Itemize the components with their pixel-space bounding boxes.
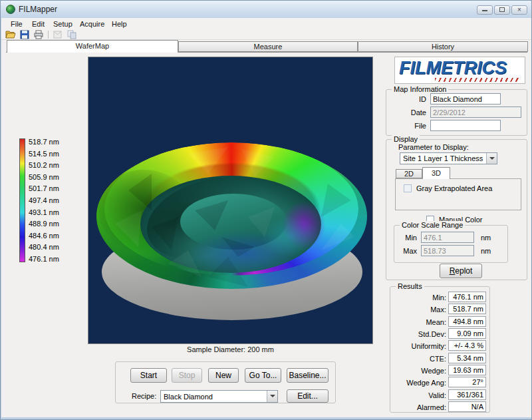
result-label: Mean: — [392, 318, 446, 326]
stop-button: Stop — [172, 368, 202, 383]
export-icon — [53, 30, 63, 39]
result-value: 5.34 nm — [448, 353, 486, 363]
scale-label: 480.4 nm — [29, 243, 68, 252]
toolbar — [1, 30, 532, 40]
baseline-button[interactable]: Baseline... — [287, 368, 329, 383]
main-tabstrip: WaferMap Measure History — [1, 40, 532, 53]
menu-bar: File Edit Setup Acquire Help — [1, 18, 532, 30]
result-value: 494.8 nm — [448, 316, 486, 327]
open-icon[interactable] — [5, 30, 16, 39]
new-button[interactable]: New — [208, 368, 239, 383]
menu-file[interactable]: File — [8, 19, 25, 29]
file-label: File — [388, 122, 426, 130]
result-label: CTE: — [392, 355, 446, 363]
minimize-button[interactable] — [477, 5, 493, 15]
display-3d-panel: Gray Extrapolated Area — [395, 178, 521, 210]
result-value: 518.7 nm — [448, 304, 486, 314]
replot-button[interactable]: Replot — [440, 264, 482, 278]
file-field[interactable] — [430, 120, 501, 131]
recipe-combobox[interactable]: Black Diamond — [160, 390, 278, 403]
filmetrics-logo-text: FILMETRICS — [399, 58, 507, 79]
date-label: Date — [388, 108, 426, 116]
scale-label: 518.7 nm — [29, 138, 68, 146]
recipe-label: Recipe: — [132, 392, 161, 400]
edit-button[interactable]: Edit... — [287, 389, 329, 403]
color-scale-bar — [19, 138, 25, 262]
color-scale-range-group: Color Scale Range — [394, 225, 508, 263]
scale-label: 510.2 nm — [29, 161, 68, 170]
gray-extrapolated-label: Gray Extrapolated Area — [416, 184, 492, 192]
result-value: +/- 4.3 % — [448, 340, 486, 351]
color-scale-range-title: Color Scale Range — [400, 221, 465, 229]
min-unit: nm — [481, 234, 495, 242]
parameter-combobox[interactable]: Site 1 Layer 1 Thickness — [400, 152, 497, 164]
gray-extrapolated-checkbox[interactable] — [404, 184, 412, 192]
close-button[interactable]: × — [511, 5, 527, 15]
scale-label: 497.4 nm — [29, 196, 68, 205]
parameter-label: Parameter to Display: — [398, 143, 498, 151]
tab-measure[interactable]: Measure — [178, 41, 358, 52]
app-window: FILMapper × File Edit Setup Acquire Help… — [0, 0, 532, 420]
print-icon[interactable] — [33, 30, 44, 39]
display-tab-2d[interactable]: 2D — [396, 169, 422, 178]
result-label: Valid: — [392, 391, 446, 399]
display-tab-3d[interactable]: 3D — [422, 167, 450, 179]
max-field — [421, 245, 474, 256]
id-field[interactable] — [430, 93, 501, 105]
close-icon: × — [517, 6, 521, 13]
copy-icon — [66, 30, 77, 39]
map-information-title: Map Information — [392, 85, 448, 93]
recipe-value: Black Diamond — [164, 393, 213, 401]
start-button[interactable]: Start — [130, 368, 167, 383]
max-label: Max — [397, 247, 417, 255]
menu-help[interactable]: Help — [109, 19, 130, 29]
parameter-value: Site 1 Layer 1 Thickness — [403, 154, 483, 162]
filmetrics-logo-ticks — [435, 78, 520, 82]
scale-label: 493.1 nm — [29, 208, 68, 217]
result-label: Uniformity: — [392, 342, 446, 350]
result-label: Wedge: — [392, 367, 446, 375]
result-label: Wedge Ang: — [392, 379, 446, 387]
recipe-dropdown-arrow-icon[interactable] — [267, 391, 277, 402]
menu-acquire[interactable]: Acquire — [77, 19, 107, 29]
result-value: 19.63 nm — [448, 365, 486, 375]
result-label: Std.Dev: — [392, 330, 446, 338]
menu-setup[interactable]: Setup — [51, 19, 75, 29]
results-title: Results — [396, 282, 424, 290]
goto-button[interactable]: Go To... — [245, 368, 281, 383]
max-unit: nm — [481, 247, 495, 255]
save-icon[interactable] — [19, 30, 30, 39]
tab-wafermap[interactable]: WaferMap — [7, 40, 178, 53]
wafer-facet-overlay — [88, 57, 373, 344]
maximize-button[interactable] — [494, 5, 510, 15]
tab-history[interactable]: History — [358, 41, 528, 52]
result-value: 361/361 — [448, 389, 486, 400]
toolbar-separator — [48, 31, 49, 39]
menu-edit[interactable]: Edit — [29, 19, 47, 29]
minimize-icon — [482, 10, 487, 11]
result-label: Alarmed: — [392, 403, 446, 411]
title-bar: FILMapper × — [1, 1, 532, 18]
result-label: Max: — [392, 306, 446, 314]
scale-label: 514.5 nm — [29, 150, 68, 158]
result-value: 476.1 nm — [448, 292, 486, 302]
parameter-dropdown-arrow-icon[interactable] — [486, 153, 497, 164]
display-title: Display — [392, 135, 420, 143]
app-globe-icon — [6, 5, 15, 14]
result-value: N/A — [448, 401, 486, 412]
id-label: ID — [388, 95, 426, 103]
min-field — [421, 232, 474, 243]
maximize-icon — [499, 7, 505, 12]
result-label: Min: — [392, 294, 446, 302]
scale-label: 476.1 nm — [29, 255, 68, 264]
min-label: Min — [397, 234, 417, 242]
scale-label: 505.9 nm — [29, 173, 68, 182]
replot-label-prefix: R — [450, 266, 456, 276]
replot-label-suffix: eplot — [455, 266, 472, 276]
scale-label: 501.7 nm — [29, 184, 68, 193]
scale-label: 484.6 nm — [29, 232, 68, 240]
result-value: 27° — [448, 377, 486, 387]
wafer-3d-view[interactable] — [88, 57, 373, 344]
sample-diameter-caption: Sample Diameter: 200 mm — [88, 345, 373, 353]
scale-label: 488.9 nm — [29, 220, 68, 228]
